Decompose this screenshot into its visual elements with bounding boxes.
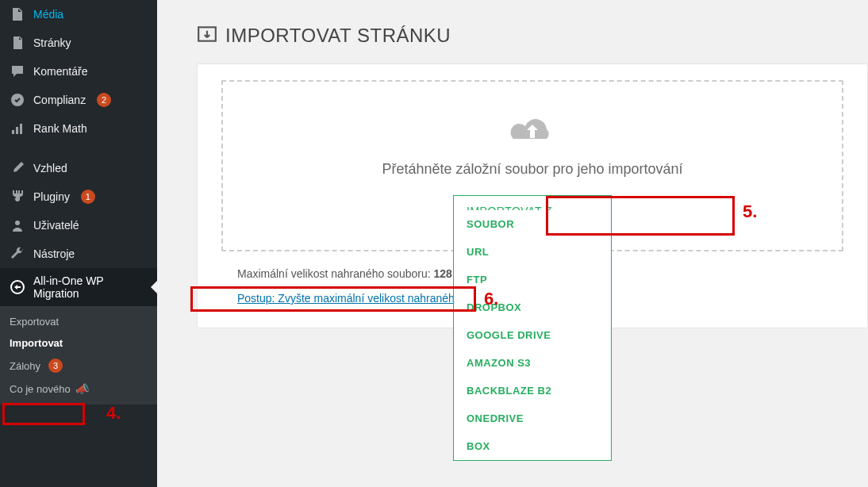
drop-instruction: Přetáhněte záložní soubor pro jeho impor… bbox=[239, 161, 826, 178]
sidebar-item-appearance[interactable]: Vzhled bbox=[0, 154, 157, 182]
media-icon bbox=[10, 6, 25, 22]
sidebar-item-complianz[interactable]: Complianz 2 bbox=[0, 86, 157, 114]
option-url[interactable]: URL bbox=[454, 238, 611, 266]
plugin-icon bbox=[10, 189, 25, 205]
option-ftp[interactable]: FTP bbox=[454, 266, 611, 293]
backups-badge: 3 bbox=[48, 359, 63, 373]
sidebar-item-rankmath[interactable]: Rank Math bbox=[0, 114, 157, 143]
sidebar-item-label: All-in-One WP Migration bbox=[33, 274, 148, 300]
submenu-backups[interactable]: Zálohy3 bbox=[0, 354, 157, 378]
sidebar-item-label: Pluginy bbox=[33, 190, 70, 203]
sidebar-item-label: Média bbox=[33, 8, 63, 21]
page-title: IMPORTOVAT STRÁNKU bbox=[197, 24, 868, 48]
comments-icon bbox=[10, 63, 25, 79]
sidebar-item-comments[interactable]: Komentáře bbox=[0, 57, 157, 86]
option-onedrive[interactable]: ONEDRIVE bbox=[454, 405, 611, 432]
option-box[interactable]: BOX bbox=[454, 432, 611, 460]
submenu-whatsnew[interactable]: Co je nového📣 bbox=[0, 378, 157, 400]
migration-icon bbox=[10, 279, 25, 295]
sidebar-item-label: Complianz bbox=[33, 94, 86, 106]
sidebar-item-users[interactable]: Uživatelé bbox=[0, 211, 157, 240]
option-gdrive[interactable]: GOOGLE DRIVE bbox=[454, 321, 611, 349]
complianz-badge: 2 bbox=[97, 93, 111, 107]
svg-point-4 bbox=[15, 220, 20, 225]
brush-icon bbox=[10, 160, 25, 176]
svg-rect-2 bbox=[16, 127, 18, 134]
dropzone[interactable]: Přetáhněte záložní soubor pro jeho impor… bbox=[221, 80, 843, 251]
sidebar-item-tools[interactable]: Nástroje bbox=[0, 240, 157, 268]
sidebar-item-label: Uživatelé bbox=[33, 219, 79, 232]
option-dropbox[interactable]: DROPBOX bbox=[454, 293, 611, 321]
megaphone-icon: 📣 bbox=[75, 382, 89, 395]
pages-icon bbox=[10, 35, 25, 51]
option-file[interactable]: SOUBOR bbox=[454, 210, 611, 238]
sidebar-item-ai1wm[interactable]: All-in-One WP Migration bbox=[0, 268, 157, 306]
sidebar-item-label: Stránky bbox=[33, 36, 71, 49]
complianz-icon bbox=[10, 92, 25, 108]
sidebar-item-label: Komentáře bbox=[33, 65, 87, 78]
plugins-badge: 1 bbox=[81, 190, 95, 204]
main-content: IMPORTOVAT STRÁNKU Přetáhněte záložní so… bbox=[157, 0, 868, 487]
admin-sidebar: Média Stránky Komentáře Complianz 2 Rank… bbox=[0, 0, 157, 487]
wrench-icon bbox=[10, 246, 25, 262]
user-icon bbox=[10, 217, 25, 233]
sidebar-item-pages[interactable]: Stránky bbox=[0, 29, 157, 57]
svg-rect-3 bbox=[20, 124, 22, 134]
cloud-upload-icon bbox=[239, 113, 826, 150]
sidebar-item-plugins[interactable]: Pluginy 1 bbox=[0, 182, 157, 211]
ai1wm-submenu: Exportovat Importovat Zálohy3 Co je nové… bbox=[0, 306, 157, 405]
sidebar-item-media[interactable]: Média bbox=[0, 0, 157, 29]
svg-rect-1 bbox=[12, 130, 14, 134]
sidebar-item-label: Nástroje bbox=[33, 247, 75, 260]
sidebar-item-label: Vzhled bbox=[33, 162, 67, 174]
chart-icon bbox=[10, 121, 25, 136]
import-icon bbox=[197, 24, 217, 48]
sidebar-item-label: Rank Math bbox=[33, 122, 87, 135]
option-s3[interactable]: AMAZON S3 bbox=[454, 349, 611, 377]
import-source-dropdown: SOUBOR URL FTP DROPBOX GOOGLE DRIVE AMAZ… bbox=[453, 210, 612, 461]
import-card: Přetáhněte záložní soubor pro jeho impor… bbox=[197, 63, 868, 328]
option-backblaze[interactable]: BACKBLAZE B2 bbox=[454, 377, 611, 405]
submenu-import[interactable]: Importovat bbox=[0, 332, 157, 354]
submenu-export[interactable]: Exportovat bbox=[0, 311, 157, 332]
